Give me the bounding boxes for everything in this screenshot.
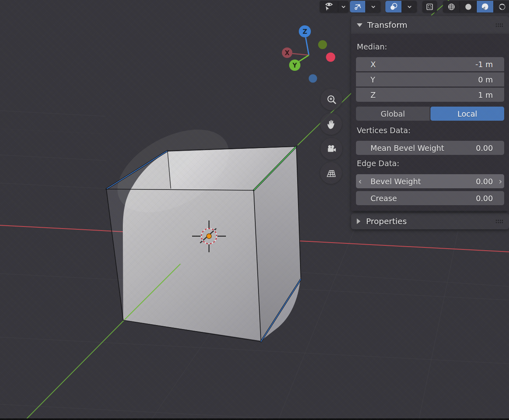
shading-rendered-button[interactable]	[494, 1, 509, 12]
properties-panel-header[interactable]: Properties	[351, 213, 509, 229]
toolbar-group-shading	[443, 1, 509, 12]
eye-cursor-icon	[324, 2, 333, 12]
pan-button[interactable]	[320, 113, 342, 135]
decrease-arrow[interactable]: ‹	[358, 174, 362, 188]
origin-point	[207, 234, 211, 239]
toolbar-group-xray	[422, 1, 437, 12]
median-z-field[interactable]: Z 1 m	[356, 88, 504, 102]
chevron-down-icon	[407, 5, 412, 8]
panel-grip[interactable]	[495, 219, 503, 224]
shading-wireframe-button[interactable]	[443, 1, 460, 12]
toggle-grid-icon	[326, 168, 337, 179]
median-x-field[interactable]: X -1 m	[356, 57, 504, 71]
median-y-field[interactable]: Y 0 m	[356, 72, 504, 86]
gizmo-visibility-dropdown[interactable]	[338, 1, 349, 12]
chevron-down-icon	[341, 5, 346, 8]
zoom-button[interactable]	[321, 89, 342, 110]
field-label: Z	[370, 91, 376, 99]
gizmo-visibility-button[interactable]	[320, 1, 338, 12]
pan-hand-icon	[325, 118, 337, 130]
field-label: Bevel Weight	[370, 177, 421, 186]
gizmo-dial-icon	[354, 2, 362, 11]
mean-bevel-weight-field[interactable]: Mean Bevel Weight 0.00	[356, 141, 504, 155]
gizmo-axis-z[interactable]: Z	[299, 25, 311, 37]
field-value: 0.00	[476, 177, 493, 186]
navigation-gizmo[interactable]: Z X Y	[282, 25, 335, 83]
shading-solid-button[interactable]	[460, 1, 477, 12]
median-label: Median:	[357, 42, 387, 51]
transform-panel-body: Median: X -1 m Y 0 m Z 1 m Global Local …	[351, 34, 509, 211]
camera-view-icon	[326, 143, 337, 154]
orientation-toggle: Global Local	[356, 107, 504, 121]
shading-wireframe-icon	[447, 3, 455, 11]
gizmo-z-label: Z	[302, 28, 307, 35]
crease-field[interactable]: Crease 0.00	[356, 191, 504, 205]
gizmo-axis-neg-y[interactable]	[318, 40, 327, 49]
panel-grip[interactable]	[495, 23, 503, 27]
viewport-bottom-edge	[0, 418, 509, 420]
field-value: 1 m	[478, 91, 493, 99]
local-button[interactable]: Local	[430, 107, 504, 121]
transform-panel-header[interactable]: Transform	[351, 16, 509, 34]
toolbar-group-show-overlays	[385, 1, 417, 12]
xray-icon	[426, 3, 434, 11]
y-axis-line	[25, 320, 124, 420]
show-overlays-button[interactable]	[385, 1, 402, 12]
toggle-grid-button[interactable]	[320, 162, 342, 184]
gizmo-y-label: Y	[292, 62, 298, 69]
gizmo-axis-neg-z[interactable]	[309, 74, 317, 83]
gizmo-axis-y[interactable]: Y	[289, 60, 300, 71]
shading-material-icon	[481, 2, 489, 11]
panel-title: Properties	[366, 216, 407, 226]
field-value: 0 m	[478, 75, 493, 84]
field-label: Mean Bevel Weight	[370, 144, 444, 152]
panel-title: Transform	[367, 20, 407, 30]
increase-arrow[interactable]: ›	[499, 174, 502, 188]
toolbar-group-show-gizmos	[350, 1, 381, 12]
zoom-icon	[326, 94, 337, 105]
field-value: 0.00	[476, 194, 493, 203]
shading-rendered-icon	[498, 3, 506, 11]
field-label: Y	[370, 75, 375, 84]
blender-3d-viewport: Z X Y	[0, 0, 509, 420]
toggle-xray-button[interactable]	[422, 1, 437, 12]
edit-cube[interactable]	[104, 113, 301, 342]
edge-data-label: Edge Data:	[357, 159, 399, 168]
field-value: 0.00	[476, 144, 493, 152]
panel-collapsed-icon	[357, 218, 360, 224]
bevel-weight-field[interactable]: Bevel Weight 0.00	[356, 174, 504, 188]
shading-solid-icon	[464, 3, 472, 11]
shading-material-button[interactable]	[477, 1, 494, 12]
overlays-icon	[389, 2, 398, 11]
gizmo-x-label: X	[285, 49, 290, 57]
field-value: -1 m	[476, 60, 493, 69]
vertices-data-label: Vertices Data:	[357, 126, 411, 135]
show-gizmos-button[interactable]	[350, 1, 366, 12]
camera-view-button[interactable]	[321, 138, 342, 160]
global-button[interactable]: Global	[356, 107, 430, 121]
chevron-down-icon	[371, 5, 376, 8]
gizmo-axis-x[interactable]: X	[282, 47, 292, 58]
panel-expanded-icon	[357, 23, 362, 27]
field-label: Crease	[370, 194, 397, 203]
toolbar-group-gizmo-visibility	[320, 1, 349, 12]
field-label: X	[370, 60, 376, 69]
sidebar: Transform Median: X -1 m Y 0 m Z 1 m Glo…	[351, 16, 509, 229]
show-gizmos-dropdown[interactable]	[366, 1, 381, 12]
gizmo-axis-neg-x[interactable]	[326, 53, 335, 62]
show-overlays-dropdown[interactable]	[402, 1, 417, 12]
